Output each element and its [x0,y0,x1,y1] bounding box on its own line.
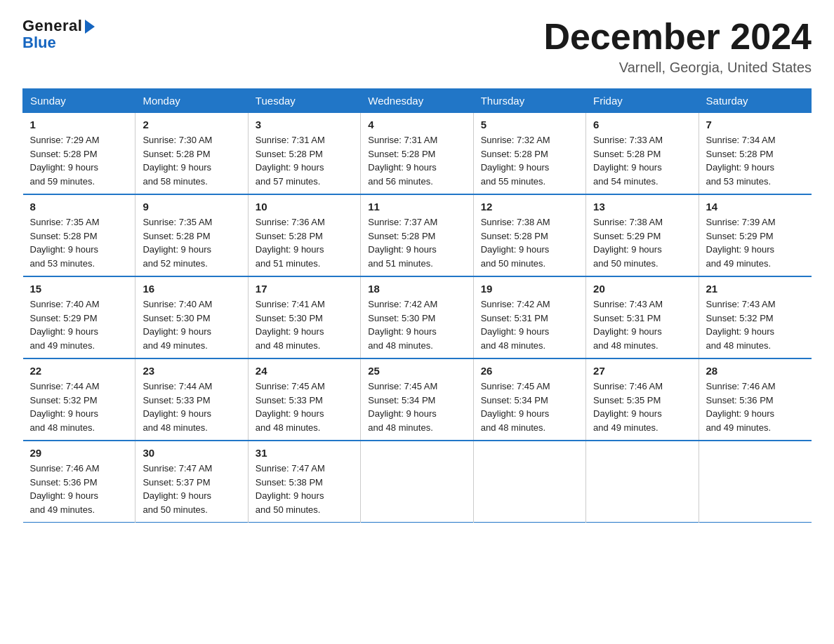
location-subtitle: Varnell, Georgia, United States [543,60,812,76]
calendar-cell: 5Sunrise: 7:32 AMSunset: 5:28 PMDaylight… [473,113,585,195]
day-info: Sunrise: 7:44 AMSunset: 5:32 PMDaylight:… [30,380,128,434]
calendar-cell: 21Sunrise: 7:43 AMSunset: 5:32 PMDayligh… [699,276,811,358]
calendar-cell [361,441,473,523]
day-info: Sunrise: 7:38 AMSunset: 5:29 PMDaylight:… [593,215,691,270]
weekday-header-tuesday: Tuesday [248,89,360,113]
calendar-week-4: 22Sunrise: 7:44 AMSunset: 5:32 PMDayligh… [23,358,812,441]
day-number: 10 [256,201,353,213]
day-number: 22 [30,365,128,377]
calendar-cell: 23Sunrise: 7:44 AMSunset: 5:33 PMDayligh… [135,358,248,441]
day-info: Sunrise: 7:42 AMSunset: 5:31 PMDaylight:… [481,297,578,352]
day-number: 19 [481,283,578,295]
logo-blue-text: Blue [22,34,56,52]
day-number: 15 [30,283,128,295]
day-info: Sunrise: 7:47 AMSunset: 5:38 PMDaylight:… [256,462,353,516]
calendar-cell: 18Sunrise: 7:42 AMSunset: 5:30 PMDayligh… [361,276,473,358]
day-info: Sunrise: 7:40 AMSunset: 5:29 PMDaylight:… [30,297,128,352]
day-info: Sunrise: 7:33 AMSunset: 5:28 PMDaylight:… [593,133,691,188]
calendar-cell [699,441,811,523]
calendar-cell: 3Sunrise: 7:31 AMSunset: 5:28 PMDaylight… [248,113,360,195]
weekday-header-row: SundayMondayTuesdayWednesdayThursdayFrid… [23,89,812,113]
calendar-cell: 15Sunrise: 7:40 AMSunset: 5:29 PMDayligh… [23,276,135,358]
calendar-header: SundayMondayTuesdayWednesdayThursdayFrid… [23,89,812,113]
weekday-header-wednesday: Wednesday [361,89,473,113]
calendar-cell: 29Sunrise: 7:46 AMSunset: 5:36 PMDayligh… [23,441,135,523]
calendar-cell: 6Sunrise: 7:33 AMSunset: 5:28 PMDaylight… [586,113,699,195]
day-number: 9 [143,201,240,213]
day-number: 29 [30,447,128,459]
calendar-cell: 22Sunrise: 7:44 AMSunset: 5:32 PMDayligh… [23,358,135,441]
calendar-cell: 25Sunrise: 7:45 AMSunset: 5:34 PMDayligh… [361,358,473,441]
logo: General Blue [22,17,95,52]
calendar-cell [473,441,585,523]
day-info: Sunrise: 7:46 AMSunset: 5:35 PMDaylight:… [593,380,691,434]
day-info: Sunrise: 7:39 AMSunset: 5:29 PMDaylight:… [706,215,805,270]
calendar-cell: 31Sunrise: 7:47 AMSunset: 5:38 PMDayligh… [248,441,360,523]
weekday-header-sunday: Sunday [23,89,135,113]
day-number: 14 [706,201,805,213]
calendar-cell: 17Sunrise: 7:41 AMSunset: 5:30 PMDayligh… [248,276,360,358]
day-info: Sunrise: 7:40 AMSunset: 5:30 PMDaylight:… [143,297,240,352]
day-info: Sunrise: 7:31 AMSunset: 5:28 PMDaylight:… [368,133,465,188]
calendar-week-3: 15Sunrise: 7:40 AMSunset: 5:29 PMDayligh… [23,276,812,358]
day-number: 28 [706,365,805,377]
day-number: 27 [593,365,691,377]
day-number: 25 [368,365,465,377]
day-info: Sunrise: 7:35 AMSunset: 5:28 PMDaylight:… [30,215,128,270]
day-number: 26 [481,365,578,377]
month-title: December 2024 [543,17,812,57]
calendar-cell: 27Sunrise: 7:46 AMSunset: 5:35 PMDayligh… [586,358,699,441]
calendar-cell: 24Sunrise: 7:45 AMSunset: 5:33 PMDayligh… [248,358,360,441]
day-number: 13 [593,201,691,213]
calendar-cell: 20Sunrise: 7:43 AMSunset: 5:31 PMDayligh… [586,276,699,358]
day-info: Sunrise: 7:32 AMSunset: 5:28 PMDaylight:… [481,133,578,188]
day-info: Sunrise: 7:36 AMSunset: 5:28 PMDaylight:… [256,215,353,270]
weekday-header-monday: Monday [135,89,248,113]
day-number: 17 [256,283,353,295]
day-number: 6 [593,119,691,130]
day-number: 30 [143,447,240,459]
day-info: Sunrise: 7:42 AMSunset: 5:30 PMDaylight:… [368,297,465,352]
calendar-cell: 1Sunrise: 7:29 AMSunset: 5:28 PMDaylight… [23,113,135,195]
day-number: 24 [256,365,353,377]
calendar-cell: 9Sunrise: 7:35 AMSunset: 5:28 PMDaylight… [135,194,248,276]
calendar-cell: 14Sunrise: 7:39 AMSunset: 5:29 PMDayligh… [699,194,811,276]
day-info: Sunrise: 7:37 AMSunset: 5:28 PMDaylight:… [368,215,465,270]
day-number: 12 [481,201,578,213]
calendar-cell: 30Sunrise: 7:47 AMSunset: 5:37 PMDayligh… [135,441,248,523]
day-number: 4 [368,119,465,130]
day-info: Sunrise: 7:45 AMSunset: 5:34 PMDaylight:… [481,380,578,434]
calendar-body: 1Sunrise: 7:29 AMSunset: 5:28 PMDaylight… [23,113,812,523]
day-number: 2 [143,119,240,130]
day-info: Sunrise: 7:46 AMSunset: 5:36 PMDaylight:… [30,462,128,516]
day-info: Sunrise: 7:46 AMSunset: 5:36 PMDaylight:… [706,380,805,434]
day-info: Sunrise: 7:45 AMSunset: 5:34 PMDaylight:… [368,380,465,434]
logo-general-text: General [22,17,82,35]
day-number: 21 [706,283,805,295]
calendar-cell: 26Sunrise: 7:45 AMSunset: 5:34 PMDayligh… [473,358,585,441]
weekday-header-friday: Friday [586,89,699,113]
page-header: General Blue December 2024 Varnell, Geor… [22,17,812,76]
day-info: Sunrise: 7:30 AMSunset: 5:28 PMDaylight:… [143,133,240,188]
calendar-cell: 11Sunrise: 7:37 AMSunset: 5:28 PMDayligh… [361,194,473,276]
calendar-cell: 2Sunrise: 7:30 AMSunset: 5:28 PMDaylight… [135,113,248,195]
day-number: 3 [256,119,353,130]
day-number: 7 [706,119,805,130]
weekday-header-thursday: Thursday [473,89,585,113]
day-info: Sunrise: 7:35 AMSunset: 5:28 PMDaylight:… [143,215,240,270]
day-info: Sunrise: 7:43 AMSunset: 5:32 PMDaylight:… [706,297,805,352]
day-info: Sunrise: 7:38 AMSunset: 5:28 PMDaylight:… [481,215,578,270]
day-number: 20 [593,283,691,295]
calendar-cell: 7Sunrise: 7:34 AMSunset: 5:28 PMDaylight… [699,113,811,195]
calendar-cell [586,441,699,523]
calendar-week-1: 1Sunrise: 7:29 AMSunset: 5:28 PMDaylight… [23,113,812,195]
day-info: Sunrise: 7:41 AMSunset: 5:30 PMDaylight:… [256,297,353,352]
calendar-cell: 4Sunrise: 7:31 AMSunset: 5:28 PMDaylight… [361,113,473,195]
day-number: 8 [30,201,128,213]
calendar-week-2: 8Sunrise: 7:35 AMSunset: 5:28 PMDaylight… [23,194,812,276]
calendar-week-5: 29Sunrise: 7:46 AMSunset: 5:36 PMDayligh… [23,441,812,523]
day-info: Sunrise: 7:29 AMSunset: 5:28 PMDaylight:… [30,133,128,188]
calendar-cell: 28Sunrise: 7:46 AMSunset: 5:36 PMDayligh… [699,358,811,441]
day-number: 31 [256,447,353,459]
calendar-cell: 12Sunrise: 7:38 AMSunset: 5:28 PMDayligh… [473,194,585,276]
